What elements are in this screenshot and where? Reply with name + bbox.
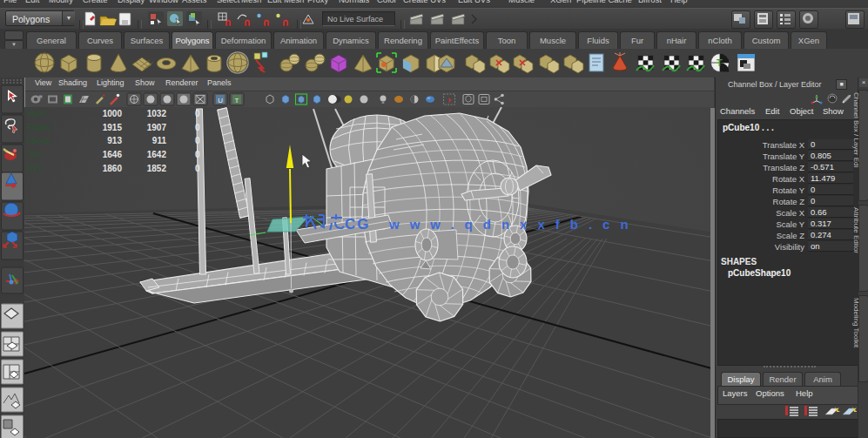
svg-text:CG: CG [345, 216, 371, 232]
svg-text:www.qdnxxfb.cn: www.qdnxxfb.cn [388, 217, 639, 232]
svg-text:T: T [717, 57, 723, 68]
svg-text:T: T [235, 97, 239, 104]
svg-text:U: U [218, 97, 223, 104]
